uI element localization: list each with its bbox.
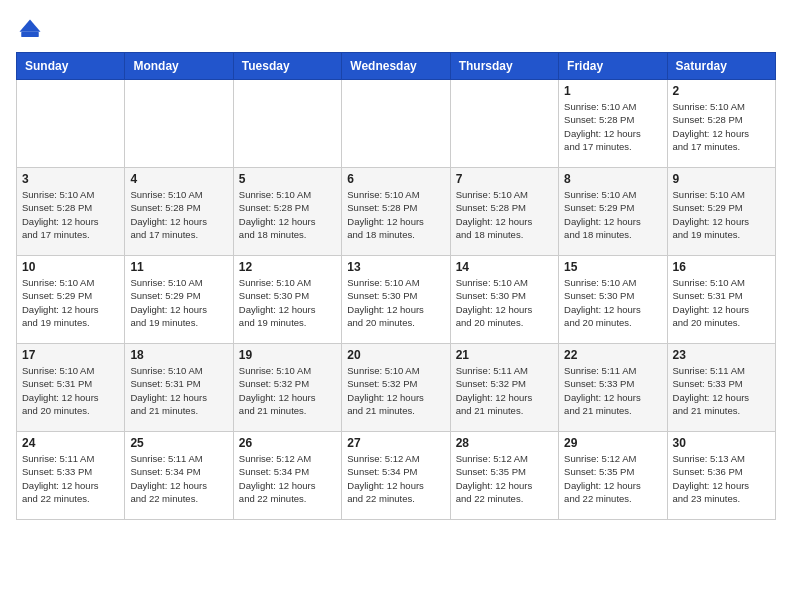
calendar-week-row: 1Sunrise: 5:10 AM Sunset: 5:28 PM Daylig…: [17, 80, 776, 168]
calendar-cell: 10Sunrise: 5:10 AM Sunset: 5:29 PM Dayli…: [17, 256, 125, 344]
calendar-cell: 28Sunrise: 5:12 AM Sunset: 5:35 PM Dayli…: [450, 432, 558, 520]
day-of-week-header: Saturday: [667, 53, 775, 80]
day-of-week-header: Monday: [125, 53, 233, 80]
day-info: Sunrise: 5:10 AM Sunset: 5:32 PM Dayligh…: [239, 364, 336, 417]
day-number: 14: [456, 260, 553, 274]
calendar-cell: 29Sunrise: 5:12 AM Sunset: 5:35 PM Dayli…: [559, 432, 667, 520]
day-info: Sunrise: 5:11 AM Sunset: 5:33 PM Dayligh…: [22, 452, 119, 505]
calendar-table: SundayMondayTuesdayWednesdayThursdayFrid…: [16, 52, 776, 520]
day-info: Sunrise: 5:10 AM Sunset: 5:29 PM Dayligh…: [673, 188, 770, 241]
day-of-week-header: Sunday: [17, 53, 125, 80]
calendar-cell: 3Sunrise: 5:10 AM Sunset: 5:28 PM Daylig…: [17, 168, 125, 256]
day-of-week-header: Wednesday: [342, 53, 450, 80]
day-info: Sunrise: 5:10 AM Sunset: 5:30 PM Dayligh…: [456, 276, 553, 329]
day-info: Sunrise: 5:10 AM Sunset: 5:29 PM Dayligh…: [130, 276, 227, 329]
calendar-cell: 25Sunrise: 5:11 AM Sunset: 5:34 PM Dayli…: [125, 432, 233, 520]
day-number: 5: [239, 172, 336, 186]
day-number: 8: [564, 172, 661, 186]
day-number: 16: [673, 260, 770, 274]
svg-marker-0: [20, 20, 41, 32]
day-number: 2: [673, 84, 770, 98]
calendar-cell: 20Sunrise: 5:10 AM Sunset: 5:32 PM Dayli…: [342, 344, 450, 432]
calendar-week-row: 24Sunrise: 5:11 AM Sunset: 5:33 PM Dayli…: [17, 432, 776, 520]
calendar-cell: [342, 80, 450, 168]
day-number: 27: [347, 436, 444, 450]
calendar-cell: 5Sunrise: 5:10 AM Sunset: 5:28 PM Daylig…: [233, 168, 341, 256]
day-info: Sunrise: 5:10 AM Sunset: 5:28 PM Dayligh…: [673, 100, 770, 153]
svg-rect-1: [21, 32, 39, 37]
day-info: Sunrise: 5:11 AM Sunset: 5:33 PM Dayligh…: [564, 364, 661, 417]
day-number: 7: [456, 172, 553, 186]
calendar-cell: 22Sunrise: 5:11 AM Sunset: 5:33 PM Dayli…: [559, 344, 667, 432]
page-header: [16, 16, 776, 44]
day-number: 17: [22, 348, 119, 362]
day-info: Sunrise: 5:12 AM Sunset: 5:35 PM Dayligh…: [456, 452, 553, 505]
calendar-week-row: 10Sunrise: 5:10 AM Sunset: 5:29 PM Dayli…: [17, 256, 776, 344]
calendar-cell: 4Sunrise: 5:10 AM Sunset: 5:28 PM Daylig…: [125, 168, 233, 256]
day-info: Sunrise: 5:10 AM Sunset: 5:28 PM Dayligh…: [130, 188, 227, 241]
day-of-week-header: Friday: [559, 53, 667, 80]
day-number: 20: [347, 348, 444, 362]
day-number: 4: [130, 172, 227, 186]
logo-icon: [16, 16, 44, 44]
day-info: Sunrise: 5:10 AM Sunset: 5:29 PM Dayligh…: [22, 276, 119, 329]
calendar-header-row: SundayMondayTuesdayWednesdayThursdayFrid…: [17, 53, 776, 80]
day-of-week-header: Thursday: [450, 53, 558, 80]
day-info: Sunrise: 5:11 AM Sunset: 5:33 PM Dayligh…: [673, 364, 770, 417]
day-info: Sunrise: 5:10 AM Sunset: 5:28 PM Dayligh…: [564, 100, 661, 153]
calendar-week-row: 17Sunrise: 5:10 AM Sunset: 5:31 PM Dayli…: [17, 344, 776, 432]
day-info: Sunrise: 5:12 AM Sunset: 5:34 PM Dayligh…: [239, 452, 336, 505]
day-info: Sunrise: 5:11 AM Sunset: 5:32 PM Dayligh…: [456, 364, 553, 417]
day-number: 24: [22, 436, 119, 450]
day-number: 29: [564, 436, 661, 450]
day-info: Sunrise: 5:10 AM Sunset: 5:28 PM Dayligh…: [239, 188, 336, 241]
calendar-cell: 15Sunrise: 5:10 AM Sunset: 5:30 PM Dayli…: [559, 256, 667, 344]
day-number: 23: [673, 348, 770, 362]
day-number: 26: [239, 436, 336, 450]
calendar-cell: 23Sunrise: 5:11 AM Sunset: 5:33 PM Dayli…: [667, 344, 775, 432]
day-info: Sunrise: 5:10 AM Sunset: 5:32 PM Dayligh…: [347, 364, 444, 417]
calendar-cell: 2Sunrise: 5:10 AM Sunset: 5:28 PM Daylig…: [667, 80, 775, 168]
calendar-cell: 14Sunrise: 5:10 AM Sunset: 5:30 PM Dayli…: [450, 256, 558, 344]
calendar-cell: [233, 80, 341, 168]
day-number: 9: [673, 172, 770, 186]
calendar-cell: 13Sunrise: 5:10 AM Sunset: 5:30 PM Dayli…: [342, 256, 450, 344]
day-of-week-header: Tuesday: [233, 53, 341, 80]
calendar-cell: [17, 80, 125, 168]
day-number: 13: [347, 260, 444, 274]
day-info: Sunrise: 5:10 AM Sunset: 5:31 PM Dayligh…: [130, 364, 227, 417]
logo: [16, 16, 48, 44]
calendar-cell: 27Sunrise: 5:12 AM Sunset: 5:34 PM Dayli…: [342, 432, 450, 520]
day-number: 12: [239, 260, 336, 274]
calendar-cell: [450, 80, 558, 168]
day-info: Sunrise: 5:10 AM Sunset: 5:30 PM Dayligh…: [239, 276, 336, 329]
day-number: 10: [22, 260, 119, 274]
day-number: 25: [130, 436, 227, 450]
day-info: Sunrise: 5:10 AM Sunset: 5:30 PM Dayligh…: [564, 276, 661, 329]
calendar-cell: 19Sunrise: 5:10 AM Sunset: 5:32 PM Dayli…: [233, 344, 341, 432]
day-number: 18: [130, 348, 227, 362]
calendar-cell: 1Sunrise: 5:10 AM Sunset: 5:28 PM Daylig…: [559, 80, 667, 168]
day-info: Sunrise: 5:10 AM Sunset: 5:28 PM Dayligh…: [22, 188, 119, 241]
day-number: 15: [564, 260, 661, 274]
day-number: 28: [456, 436, 553, 450]
day-info: Sunrise: 5:12 AM Sunset: 5:34 PM Dayligh…: [347, 452, 444, 505]
day-number: 1: [564, 84, 661, 98]
calendar-cell: 26Sunrise: 5:12 AM Sunset: 5:34 PM Dayli…: [233, 432, 341, 520]
day-info: Sunrise: 5:10 AM Sunset: 5:30 PM Dayligh…: [347, 276, 444, 329]
day-info: Sunrise: 5:10 AM Sunset: 5:31 PM Dayligh…: [673, 276, 770, 329]
calendar-cell: 9Sunrise: 5:10 AM Sunset: 5:29 PM Daylig…: [667, 168, 775, 256]
calendar-cell: [125, 80, 233, 168]
calendar-week-row: 3Sunrise: 5:10 AM Sunset: 5:28 PM Daylig…: [17, 168, 776, 256]
calendar-cell: 16Sunrise: 5:10 AM Sunset: 5:31 PM Dayli…: [667, 256, 775, 344]
day-info: Sunrise: 5:13 AM Sunset: 5:36 PM Dayligh…: [673, 452, 770, 505]
calendar-cell: 7Sunrise: 5:10 AM Sunset: 5:28 PM Daylig…: [450, 168, 558, 256]
day-info: Sunrise: 5:10 AM Sunset: 5:28 PM Dayligh…: [347, 188, 444, 241]
calendar-cell: 11Sunrise: 5:10 AM Sunset: 5:29 PM Dayli…: [125, 256, 233, 344]
day-number: 22: [564, 348, 661, 362]
calendar-cell: 24Sunrise: 5:11 AM Sunset: 5:33 PM Dayli…: [17, 432, 125, 520]
day-info: Sunrise: 5:10 AM Sunset: 5:29 PM Dayligh…: [564, 188, 661, 241]
calendar-cell: 30Sunrise: 5:13 AM Sunset: 5:36 PM Dayli…: [667, 432, 775, 520]
day-info: Sunrise: 5:12 AM Sunset: 5:35 PM Dayligh…: [564, 452, 661, 505]
day-number: 3: [22, 172, 119, 186]
